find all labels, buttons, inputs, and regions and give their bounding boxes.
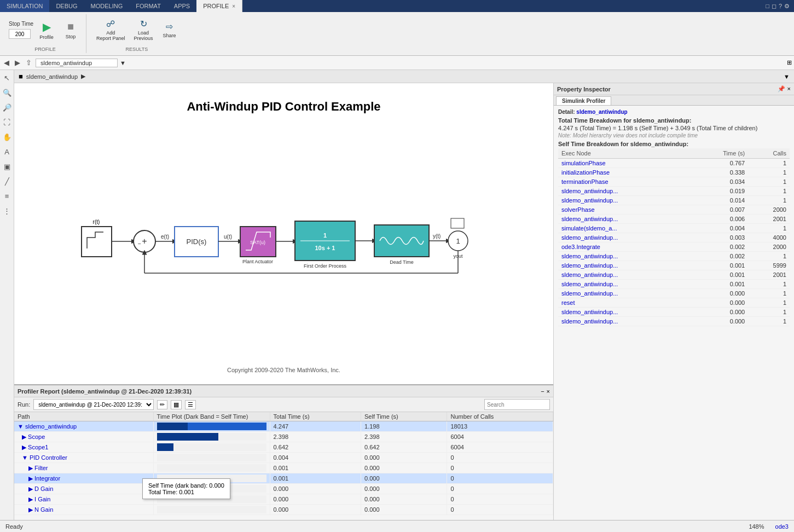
- share-button[interactable]: ⇨ Share: [159, 19, 181, 41]
- menu-debug[interactable]: DEBUG: [49, 0, 84, 12]
- model-canvas[interactable]: Anti-Windup PID Control Example r(t): [14, 83, 553, 384]
- profiler-run-select[interactable]: sldemo_antiwindup @ 21-Dec-2020 12:39:31: [33, 399, 154, 410]
- rp-col-exec: Exec Node: [558, 148, 689, 159]
- profiler-table-row[interactable]: ▼ PID Controller 0.004 0.000 0: [14, 453, 553, 463]
- sidebar-line-icon[interactable]: ╱: [3, 176, 11, 187]
- sidebar-text-icon[interactable]: A: [3, 146, 11, 158]
- profiler-table-row[interactable]: ▶ I Gain 0.000 0.000 0: [14, 494, 553, 505]
- profiler-table-row[interactable]: ▶ Scope 2.398 2.398 6004: [14, 432, 553, 442]
- menu-help-icon[interactable]: ?: [779, 3, 782, 9]
- profiler-row-name[interactable]: ▶ Filter: [14, 463, 153, 473]
- status-solver[interactable]: ode3: [775, 523, 789, 530]
- nav-forward-button[interactable]: ▶: [13, 59, 22, 67]
- profiler-table-row[interactable]: ▶ Scope1 0.642 0.642 6004: [14, 442, 553, 453]
- window-restore-icon[interactable]: ◻: [772, 3, 776, 10]
- sidebar-rect-icon[interactable]: ▣: [2, 161, 12, 172]
- rp-table-row[interactable]: sldemo_antiwindup... 0.000 1: [558, 289, 790, 298]
- rp-table-row[interactable]: simulate(sldemo_a... 0.004 1: [558, 224, 790, 233]
- rp-table-row[interactable]: solverPhase 0.007 2000: [558, 205, 790, 215]
- rp-table-row[interactable]: sldemo_antiwindup... 0.000 1: [558, 317, 790, 326]
- menu-apps[interactable]: APPS: [167, 0, 196, 12]
- rp-table-row[interactable]: sldemo_antiwindup... 0.019 1: [558, 187, 790, 196]
- rp-table-row[interactable]: simulationPhase 0.767 1: [558, 159, 790, 168]
- rp-table-row[interactable]: sldemo_antiwindup... 0.006 2001: [558, 215, 790, 224]
- rp-time: 0.002: [689, 252, 748, 261]
- rp-table-row[interactable]: sldemo_antiwindup... 0.001 2001: [558, 270, 790, 280]
- tab-simulink-profiler[interactable]: Simulink Profiler: [556, 96, 611, 105]
- rp-table-row[interactable]: initializationPhase 0.338 1: [558, 168, 790, 177]
- profiler-table-row[interactable]: ▶ N Gain 0.000 0.000 0: [14, 505, 553, 515]
- stop-time-input[interactable]: [9, 29, 31, 39]
- profiler-row-name[interactable]: ▼ sldemo_antiwindup: [14, 421, 153, 432]
- menu-settings-icon[interactable]: ⚙: [784, 3, 790, 10]
- stop-button[interactable]: ■ Stop: [60, 18, 82, 42]
- rp-table-row[interactable]: ode3.Integrate 0.002 2000: [558, 242, 790, 252]
- tab-profile[interactable]: PROFILE ×: [196, 0, 242, 12]
- profiler-row-name[interactable]: ▶ I Gain: [14, 494, 153, 505]
- load-previous-button[interactable]: ↻ LoadPrevious: [131, 16, 157, 43]
- rp-time: 0.001: [689, 270, 748, 280]
- right-panel-close-icon[interactable]: ×: [787, 85, 791, 92]
- profiler-table-row[interactable]: ▶ Integrator 0.001 0.000 0: [14, 473, 553, 484]
- profile-button[interactable]: ▶ Profile: [36, 18, 57, 42]
- profiler-row-name[interactable]: ▶ N Gain: [14, 505, 153, 515]
- profiler-table-row[interactable]: ▶ Filter 0.001 0.000 0: [14, 463, 553, 473]
- profiler-header-right: − ×: [541, 388, 550, 395]
- profiler-row-calls: 18013: [447, 421, 553, 432]
- rp-time: 0.000: [689, 298, 748, 308]
- rp-detail-model[interactable]: sldemo_antiwindup: [576, 109, 627, 115]
- nav-back-button[interactable]: ◀: [2, 59, 11, 67]
- right-panel: Property Inspector 📌 × Simulink Profiler…: [553, 83, 794, 532]
- nav-up-button[interactable]: ⇧: [24, 59, 33, 67]
- rp-table-row[interactable]: sldemo_antiwindup... 0.001 1: [558, 280, 790, 289]
- rp-table-row[interactable]: sldemo_antiwindup... 0.003 4000: [558, 233, 790, 242]
- profiler-close-icon[interactable]: ×: [547, 388, 550, 395]
- sidebar-zoom-out-icon[interactable]: 🔎: [1, 102, 13, 113]
- menu-simulation[interactable]: SIMULATION: [0, 0, 49, 12]
- profiler-table-row[interactable]: ▼ sldemo_antiwindup 4.247 1.198 18013: [14, 421, 553, 432]
- profiler-row-name[interactable]: ▶ Integrator: [14, 473, 153, 484]
- rp-table-row[interactable]: sldemo_antiwindup... 0.014 1: [558, 196, 790, 205]
- profiler-minimize-icon[interactable]: −: [541, 388, 544, 395]
- profiler-row-bar: [153, 442, 270, 453]
- rp-time: 0.007: [689, 205, 748, 215]
- profiler-table-row[interactable]: ▶ D Gain 0.000 0.000 0: [14, 484, 553, 494]
- sidebar-more-icon[interactable]: ⋮: [2, 205, 12, 217]
- profiler-edit-btn[interactable]: ✏: [157, 400, 167, 409]
- sidebar-layers-icon[interactable]: ≡: [3, 190, 11, 202]
- tab-close-icon[interactable]: ×: [232, 3, 235, 9]
- svg-text:PID(s): PID(s): [186, 238, 206, 246]
- window-minimize-icon[interactable]: □: [766, 3, 769, 9]
- menu-format[interactable]: FORMAT: [129, 0, 167, 12]
- profiler-chart-btn[interactable]: ▦: [171, 400, 182, 409]
- profiler-row-calls: 0: [447, 494, 553, 505]
- nav-breadcrumb: sldemo_antiwindup: [36, 59, 118, 67]
- nav-grid-icon[interactable]: ⊞: [787, 59, 792, 66]
- profiler-row-name[interactable]: ▶ Scope1: [14, 442, 153, 453]
- profiler-search-input[interactable]: [484, 399, 550, 410]
- rp-table-row[interactable]: sldemo_antiwindup... 0.000 1: [558, 308, 790, 317]
- rp-table-row[interactable]: sldemo_antiwindup... 0.002 1: [558, 252, 790, 261]
- add-report-button[interactable]: ☍ AddReport Panel: [93, 16, 129, 43]
- canvas-expand-icon[interactable]: ▶: [81, 73, 85, 80]
- rp-table-row[interactable]: sldemo_antiwindup... 0.001 5999: [558, 261, 790, 270]
- add-report-icon: ☍: [106, 19, 115, 29]
- profiler-row-name[interactable]: ▶ D Gain: [14, 484, 153, 494]
- canvas-header-right: ▼: [784, 73, 790, 80]
- right-panel-pin-icon[interactable]: 📌: [778, 85, 785, 92]
- sidebar-pan-icon[interactable]: ✋: [1, 131, 13, 143]
- canvas-collapse-icon[interactable]: ▼: [784, 73, 790, 80]
- menu-modeling[interactable]: MODELING: [84, 0, 130, 12]
- share-icon: ⇨: [166, 21, 173, 32]
- rp-calls: 1: [748, 196, 790, 205]
- profiler-filter-btn[interactable]: ☰: [185, 400, 196, 409]
- profiler-row-name[interactable]: ▼ PID Controller: [14, 453, 153, 463]
- sidebar-select-icon[interactable]: ↖: [2, 72, 11, 84]
- rp-table-row[interactable]: reset 0.000 1: [558, 298, 790, 308]
- sidebar-zoom-in-icon[interactable]: 🔍: [1, 87, 13, 99]
- rp-table-row[interactable]: terminationPhase 0.034 1: [558, 177, 790, 187]
- nav-expand-icon[interactable]: ▼: [120, 60, 126, 66]
- profiler-row-name[interactable]: ▶ Scope: [14, 432, 153, 442]
- sidebar-fit-icon[interactable]: ⛶: [2, 117, 12, 128]
- yt-label: y(t): [433, 233, 441, 239]
